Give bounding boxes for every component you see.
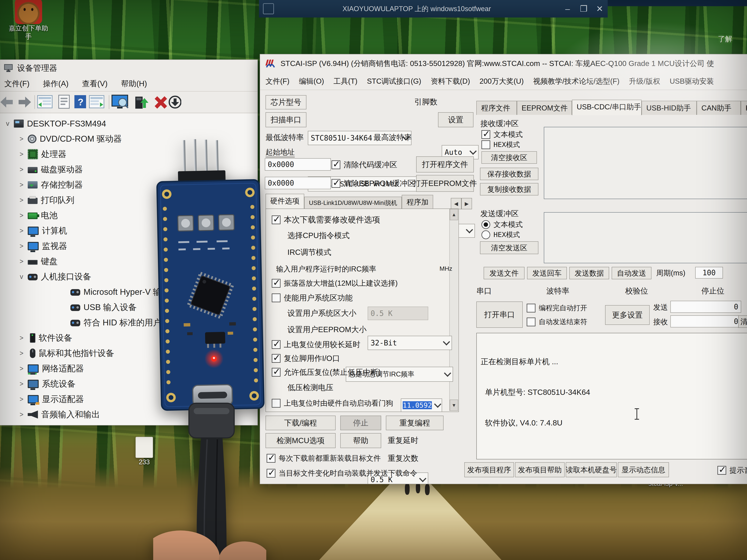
help-button[interactable]: 帮助 [340,433,381,448]
menu-usb-driver[interactable]: USB驱动安装 [670,76,714,86]
learn-more-link[interactable]: 了解 [718,34,732,44]
tab-keil[interactable]: Keil仿 [741,101,747,115]
menu-video-forum[interactable]: 视频教学/技术论坛/选型(F) [533,76,619,86]
menu-view[interactable]: 查看(V) [82,79,108,89]
chevron-right-icon[interactable]: > [17,196,27,204]
repeat-program-button[interactable]: 重复编程 [386,416,443,430]
clear-tx-button[interactable]: 清空发送区 [480,241,538,254]
reset-io-row[interactable]: 复位脚用作I/O口 [272,353,340,364]
tab-hardware-options[interactable]: 硬件选项 [265,194,304,209]
reload-target-row[interactable]: 每次下载前都重新装载目标文件 [267,453,381,463]
tx-hex-mode-row[interactable]: HEX模式 [482,230,520,239]
tab-scroll-left-icon[interactable]: ◀ [451,198,461,209]
auto-open-row[interactable]: 编程完自动打开 [527,303,587,313]
chevron-right-icon[interactable]: > [17,135,27,143]
chevron-right-icon[interactable]: > [17,227,27,235]
chevron-down-icon[interactable]: v [17,273,27,281]
checkbox-checked-icon[interactable] [272,215,281,224]
autoload-row[interactable]: 当目标文件变化时自动装载并发送下载命令 [267,468,417,478]
chevron-right-icon[interactable]: > [17,166,27,174]
chevron-right-icon[interactable]: > [17,395,27,403]
menu-upgrade[interactable]: 升级/版权 [629,76,660,86]
tx-buffer-textarea[interactable] [544,212,747,263]
clear-code-buffer-row[interactable]: 清除代码缓冲区 [332,160,397,170]
clear-counts-button[interactable]: 清零 [738,315,747,328]
checkbox-checked-icon[interactable] [272,368,281,377]
menu-help[interactable]: 帮助(H) [121,79,147,89]
tab-usb-cdc-serial[interactable]: USB-CDC/串口助手 [572,100,642,115]
scan-port-button[interactable]: 扫描串口 [265,112,306,127]
chevron-right-icon[interactable]: > [17,349,27,357]
more-settings-button[interactable]: 更多设置 [605,305,650,325]
chevron-right-icon[interactable]: > [17,258,27,265]
tree-item[interactable]: vDESKTOP-FS3M494 [0,116,258,131]
cpu-mode-select[interactable]: 32-Bit [368,336,452,350]
device-manager-toolbar[interactable]: ? [0,91,258,113]
chevron-right-icon[interactable]: > [17,151,27,158]
eeprom-start-address-input[interactable]: 0x0000 [265,177,331,189]
read-disk-id-button[interactable]: 读取本机硬盘号 [566,462,617,477]
close-button[interactable]: ✕ [592,0,608,18]
menu-prize[interactable]: 200万大奖(U) [480,76,523,86]
period-input[interactable]: 100 [695,267,723,278]
beep-row[interactable]: 提示音 [718,465,747,475]
user-sys-area-row[interactable]: 使能用户系统区功能 [272,293,353,303]
osc-gain-row[interactable]: 振荡器放大增益(12M以上建议选择) [272,278,397,288]
publish-help-button[interactable]: 发布项目帮助 [515,462,565,477]
tab-program-file[interactable]: 程序文件 [476,101,517,115]
radio-icon[interactable] [482,231,490,239]
checkbox-checked-icon[interactable] [332,160,340,169]
send-data-button[interactable]: 发送数据 [569,267,609,279]
tab-can[interactable]: CAN助手 [697,101,741,115]
code-start-address-input[interactable]: 0x0000 [265,158,331,170]
minimize-button[interactable]: – [560,0,575,18]
maximize-button[interactable]: ❐ [575,0,592,18]
scroll-down-icon[interactable]: ▼ [450,400,458,411]
lvr-row[interactable]: 允许低压复位(禁止低压中断) [272,367,381,377]
desktop-icon-jlc-assistant[interactable]: 嘉立创下单助手 [6,0,50,41]
checkbox-checked-icon[interactable] [272,279,281,288]
device-manager-titlebar[interactable]: 设备管理器 [0,60,258,76]
menu-tools[interactable]: 工具(T) [334,76,357,86]
auto-send-button[interactable]: 自动发送 [612,267,651,279]
stop-button[interactable]: 停止 [340,416,381,430]
rx-hex-mode-row[interactable]: HEX模式 [482,140,520,149]
menu-file[interactable]: 文件(F) [265,76,289,86]
chevron-right-icon[interactable]: > [17,411,27,418]
isp-titlebar[interactable]: STCAI-ISP (V6.94H) (分销商销售电话: 0513-550129… [260,54,747,73]
settings-button[interactable]: 设置 [438,112,473,127]
checkbox-checked-icon[interactable] [332,179,340,188]
checkbox-checked-icon[interactable] [272,354,281,363]
chevron-right-icon[interactable]: > [17,212,27,219]
por-delay-row[interactable]: 上电复位使用较长延时 [272,340,360,350]
show-dynamic-info-button[interactable]: 显示动态信息 [618,462,669,477]
menu-downloads[interactable]: 资料下载(D) [431,76,470,86]
clear-eeprom-buffer-row[interactable]: 清除EEPROM缓冲区 [332,178,415,188]
check-mcu-options-button[interactable]: 检测MCU选项 [265,433,336,448]
download-program-button[interactable]: 下载/编程 [265,416,336,430]
checkbox-checked-icon[interactable] [482,130,490,139]
tx-text-mode-row[interactable]: 文本模式 [482,219,523,230]
open-serial-button[interactable]: 打开串口 [476,301,523,328]
checkbox-checked-icon[interactable] [267,454,275,463]
chevron-right-icon[interactable]: > [17,334,27,342]
menu-stc-debug[interactable]: STC调试接口(G) [367,76,421,86]
rx-text-mode-row[interactable]: 文本模式 [482,129,523,139]
checkbox-checked-icon[interactable] [718,466,726,475]
chevron-down-icon[interactable]: v [3,120,13,127]
irc-freq-select[interactable]: 11.0592 [401,399,442,412]
checkbox-icon[interactable] [272,293,281,302]
clear-rx-button[interactable]: 清空接收区 [482,151,537,164]
checkbox-checked-icon[interactable] [272,340,281,349]
menu-file[interactable]: 文件(F) [4,79,29,89]
tab-program-encrypt[interactable]: 程序加 [402,195,433,209]
chevron-right-icon[interactable]: > [17,181,27,189]
modify-hw-options-row[interactable]: 本次下载需要修改硬件选项 [272,214,380,225]
checkbox-icon[interactable] [527,304,536,313]
auto-eol-row[interactable]: 自动发送结束符 [527,317,587,326]
checkbox-icon[interactable] [527,318,536,326]
tab-scroll-right-icon[interactable]: ▶ [461,198,472,209]
tab-usb-link-offline[interactable]: USB-Link1D/U8W/U8W-Mini脱机 [304,197,402,209]
vm-window-titlebar[interactable]: XIAOYUOWULAPTOP 上的 windows10sotfwear – ❐… [259,0,608,18]
menu-action[interactable]: 操作(A) [43,79,69,89]
